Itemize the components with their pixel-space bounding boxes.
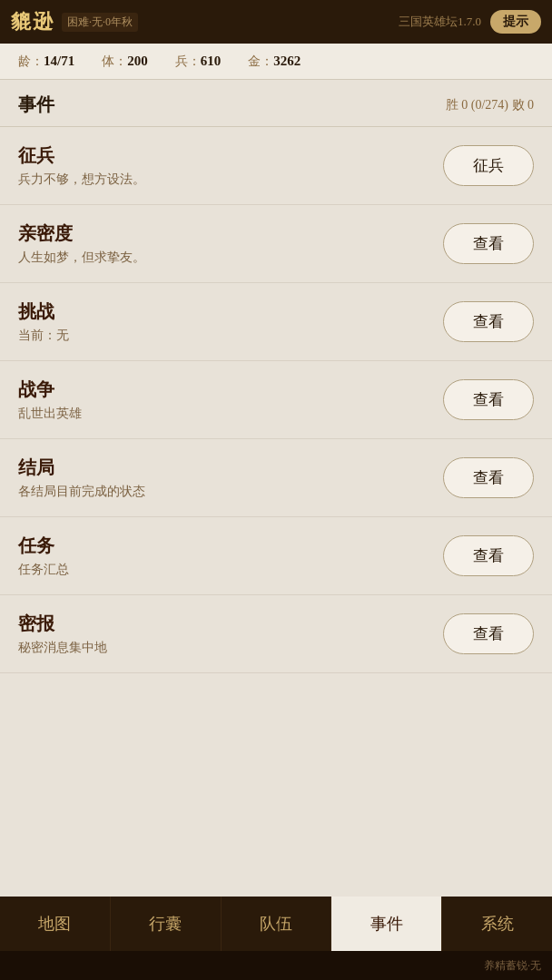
gold-value: 3262 — [273, 54, 301, 68]
main-content: 事件 胜 0 (0/274) 败 0 征兵 兵力不够，想方设法。 征兵 亲密度 … — [0, 80, 552, 897]
event-name: 任务 — [18, 534, 443, 558]
events-header: 事件 胜 0 (0/274) 败 0 — [0, 80, 552, 127]
events-title: 事件 — [18, 93, 54, 117]
event-name: 征兵 — [18, 143, 443, 168]
health-label: 体： — [102, 54, 127, 68]
event-desc: 各结局目前完成的状态 — [18, 484, 443, 500]
events-list: 征兵 兵力不够，想方设法。 征兵 亲密度 人生如梦，但求挚友。 查看 挑战 当前… — [0, 127, 552, 673]
troops-label: 兵： — [175, 54, 201, 68]
lose-value: 0 — [527, 98, 534, 112]
win-value: 0 — [461, 98, 468, 112]
stats-bar: 龄：14/71 体：200 兵：610 金：3262 — [0, 44, 552, 80]
event-info: 结局 各结局目前完成的状态 — [18, 456, 443, 500]
health-stat: 体：200 — [102, 54, 148, 70]
event-button-1[interactable]: 查看 — [443, 223, 534, 264]
nav-item-系统[interactable]: 系统 — [442, 897, 552, 951]
bottom-hint-text: 养精蓄锐·无 — [484, 958, 541, 974]
event-button-4[interactable]: 查看 — [443, 457, 534, 498]
nav-item-行囊[interactable]: 行囊 — [111, 897, 222, 951]
event-desc: 任务汇总 — [18, 562, 443, 578]
bottom-hint-bar: 养精蓄锐·无 — [0, 951, 552, 980]
age-value: 14/71 — [44, 54, 74, 68]
events-stats: 胜 0 (0/274) 败 0 — [446, 97, 534, 113]
event-info: 征兵 兵力不够，想方设法。 — [18, 143, 443, 188]
health-value: 200 — [127, 54, 148, 68]
event-item: 任务 任务汇总 查看 — [0, 517, 552, 595]
event-desc: 人生如梦，但求挚友。 — [18, 250, 443, 266]
troops-stat: 兵：610 — [175, 54, 222, 70]
event-name: 战争 — [18, 377, 443, 402]
event-button-3[interactable]: 查看 — [443, 379, 534, 420]
nav-item-事件[interactable]: 事件 — [331, 897, 442, 951]
bottom-nav: 地图行囊队伍事件系统 — [0, 897, 552, 951]
progress: (0/274) — [471, 98, 508, 112]
gold-stat: 金：3262 — [248, 54, 301, 70]
header-left: 貔逊 困难·无·0年秋 — [11, 8, 138, 35]
header-right: 三国英雄坛1.7.0 提示 — [399, 10, 541, 34]
gold-label: 金： — [248, 54, 273, 68]
age-stat: 龄：14/71 — [18, 54, 74, 70]
event-item: 结局 各结局目前完成的状态 查看 — [0, 439, 552, 517]
event-button-0[interactable]: 征兵 — [443, 145, 534, 186]
hint-button[interactable]: 提示 — [490, 10, 541, 34]
age-label: 龄： — [18, 54, 44, 68]
event-name: 结局 — [18, 456, 443, 480]
event-desc: 秘密消息集中地 — [18, 640, 443, 656]
event-desc: 当前：无 — [18, 328, 443, 344]
event-info: 密报 秘密消息集中地 — [18, 612, 443, 656]
event-desc: 乱世出英雄 — [18, 406, 443, 422]
event-button-2[interactable]: 查看 — [443, 301, 534, 342]
version-text: 三国英雄坛1.7.0 — [399, 14, 481, 30]
event-button-6[interactable]: 查看 — [443, 613, 534, 654]
event-item: 战争 乱世出英雄 查看 — [0, 361, 552, 439]
win-label: 胜 — [446, 98, 458, 112]
event-info: 战争 乱世出英雄 — [18, 377, 443, 422]
header-bar: 貔逊 困难·无·0年秋 三国英雄坛1.7.0 提示 — [0, 0, 552, 44]
nav-item-地图[interactable]: 地图 — [0, 897, 111, 951]
event-info: 任务 任务汇总 — [18, 534, 443, 578]
nav-item-队伍[interactable]: 队伍 — [222, 897, 332, 951]
event-name: 挑战 — [18, 299, 443, 324]
event-name: 亲密度 — [18, 221, 443, 246]
event-button-5[interactable]: 查看 — [443, 535, 534, 576]
event-item: 亲密度 人生如梦，但求挚友。 查看 — [0, 205, 552, 283]
char-info: 困难·无·0年秋 — [62, 13, 138, 32]
event-name: 密报 — [18, 612, 443, 636]
event-item: 挑战 当前：无 查看 — [0, 283, 552, 361]
event-item: 密报 秘密消息集中地 查看 — [0, 595, 552, 673]
char-name: 貔逊 — [11, 8, 54, 35]
event-info: 挑战 当前：无 — [18, 299, 443, 344]
event-info: 亲密度 人生如梦，但求挚友。 — [18, 221, 443, 266]
lose-label: 败 — [512, 98, 525, 112]
event-desc: 兵力不够，想方设法。 — [18, 172, 443, 188]
event-item: 征兵 兵力不够，想方设法。 征兵 — [0, 127, 552, 205]
troops-value: 610 — [201, 54, 222, 68]
